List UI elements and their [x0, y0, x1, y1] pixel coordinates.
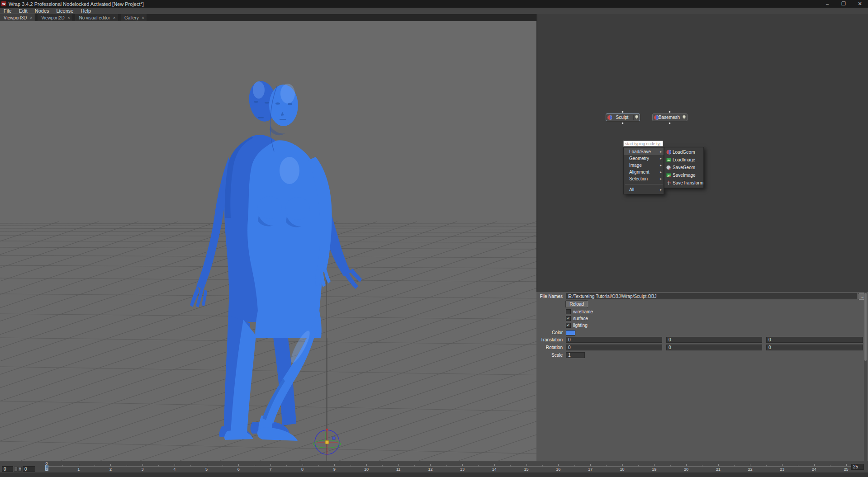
minimize-button[interactable]: –	[821, 0, 834, 7]
tab-gallery[interactable]: Gallery ✕	[121, 14, 147, 21]
ruler-tick-number: 4	[170, 467, 179, 472]
ruler-tick-number: 16	[554, 467, 563, 472]
ruler-minor-tick	[158, 465, 159, 467]
remove-keyframe-button[interactable]: −	[14, 467, 18, 472]
properties-scrollbar[interactable]	[864, 292, 867, 461]
restore-button[interactable]: ❐	[837, 0, 850, 7]
menu-item-selection[interactable]: Selection ▸	[624, 175, 664, 182]
translation-y-field[interactable]: 0	[666, 337, 762, 343]
node-properties-panel: File Names E:/Textureing Tutorial/OBJ/Wr…	[536, 292, 868, 461]
translation-x-field[interactable]: 0	[566, 337, 662, 343]
ruler-minor-tick	[62, 465, 63, 467]
viewport-3d[interactable]	[0, 21, 536, 461]
menu-nodes[interactable]: Nodes	[31, 8, 53, 14]
ruler-minor-tick	[702, 465, 702, 467]
timeline-end-field[interactable]: 25	[851, 464, 864, 470]
reload-button[interactable]: Reload	[566, 301, 588, 307]
lighting-checkbox[interactable]: ✓	[566, 323, 571, 328]
menu-item-label: Image	[629, 163, 642, 168]
node-input-port[interactable]	[669, 111, 671, 113]
ruler-tick	[238, 464, 239, 466]
ruler-tick	[654, 464, 655, 466]
node-output-port[interactable]	[621, 122, 624, 124]
node-input-port[interactable]	[621, 111, 624, 113]
ruler-tick	[462, 464, 463, 466]
file-names-field[interactable]: E:/Textureing Tutorial/OBJ/Wrap/Sculpt.O…	[566, 293, 857, 299]
ruler-tick	[270, 464, 271, 466]
color-label: Color	[536, 330, 563, 335]
tab-no-visual-editor[interactable]: No visual editor ✕	[75, 14, 118, 21]
menu-item-geometry[interactable]: Geometry ▸	[624, 155, 664, 162]
scale-field[interactable]: 1	[566, 352, 585, 358]
submenu-item-saveimage[interactable]: SaveImage	[664, 171, 703, 179]
menu-help[interactable]: Help	[77, 8, 95, 14]
surface-checkbox[interactable]: ✓	[566, 316, 571, 321]
submenu-item-savetransform[interactable]: SaveTransform	[664, 179, 703, 187]
submenu-arrow-icon: ▸	[660, 177, 662, 181]
tab-close-icon[interactable]: ✕	[67, 16, 71, 20]
add-keyframe-button[interactable]: ✳	[18, 467, 22, 472]
ruler-tick	[526, 464, 527, 466]
node-sculpt[interactable]: Sculpt	[606, 113, 640, 121]
ruler-minor-tick	[766, 465, 767, 467]
visibility-bulb-icon[interactable]	[635, 115, 639, 120]
timeline-bar[interactable]: 0 − ✳ 0 0 012345678910111213141516171819…	[0, 461, 868, 472]
submenu-item-label: LoadImage	[673, 157, 695, 162]
transform-gizmo[interactable]	[0, 21, 536, 461]
rotation-z-field[interactable]: 0	[766, 345, 863, 350]
tab-viewport3d[interactable]: Viewport3D ✕	[0, 14, 35, 21]
menu-item-label: Alignment	[629, 170, 649, 175]
ruler-minor-tick	[286, 465, 287, 467]
submenu-item-label: SaveImage	[673, 173, 696, 178]
timeline-start-field[interactable]: 0	[2, 466, 13, 472]
timeline-current-field[interactable]: 0	[23, 466, 35, 472]
menu-item-load-save[interactable]: Load/Save ▸	[624, 148, 664, 155]
tab-close-icon[interactable]: ✕	[142, 16, 145, 20]
ruler-tick	[207, 464, 207, 466]
submenu-item-loadimage[interactable]: LoadImage	[664, 156, 703, 164]
submenu-item-savegeom[interactable]: SaveGeom	[664, 164, 703, 171]
visibility-bulb-icon[interactable]	[682, 115, 686, 120]
rotation-y-field[interactable]: 0	[666, 345, 762, 350]
node-basemesh[interactable]: Basemesh	[652, 113, 688, 121]
rotation-x-field[interactable]: 0	[566, 345, 662, 350]
ruler-minor-tick	[638, 465, 639, 467]
menu-item-image[interactable]: Image ▸	[624, 162, 664, 169]
tab-close-icon[interactable]: ✕	[113, 16, 116, 20]
submenu-item-loadgeom[interactable]: LoadGeom	[664, 148, 703, 156]
translation-z-field[interactable]: 0	[766, 337, 863, 343]
surface-checkbox-row: ✓ surface	[566, 316, 588, 321]
tab-viewport2d[interactable]: Viewport2D ✕	[38, 14, 72, 21]
color-swatch[interactable]	[566, 330, 575, 335]
menu-item-label: All	[629, 187, 634, 192]
wrap-application-window: W Wrap 3.4.2 Professional Nodelocked Act…	[0, 0, 868, 477]
ruler-tick	[334, 464, 335, 466]
ruler-tick	[846, 464, 847, 466]
menu-edit[interactable]: Edit	[15, 8, 31, 14]
ruler-tick-number: 11	[394, 467, 403, 472]
wireframe-checkbox[interactable]	[566, 309, 571, 314]
menu-item-all[interactable]: All ▸	[624, 186, 664, 193]
geometry-sphere-icon	[654, 115, 659, 120]
node-search-input[interactable]	[623, 141, 663, 146]
close-button[interactable]: ✕	[853, 0, 867, 7]
menu-item-alignment[interactable]: Alignment ▸	[624, 169, 664, 175]
node-output-port[interactable]	[669, 122, 671, 124]
ruler-minor-tick	[318, 465, 319, 467]
tab-close-icon[interactable]: ✕	[30, 16, 33, 20]
menu-license[interactable]: License	[53, 8, 77, 14]
timeline-ruler[interactable]	[47, 466, 851, 467]
ruler-tick-number: 7	[266, 467, 275, 472]
ruler-tick	[622, 464, 623, 466]
ruler-tick	[814, 464, 815, 466]
translation-label: Translation	[536, 337, 563, 342]
submenu-arrow-icon: ▸	[660, 170, 662, 174]
save-geometry-icon	[666, 165, 671, 170]
ruler-tick-number: 19	[650, 467, 659, 472]
node-divider	[681, 115, 681, 120]
menu-file[interactable]: File	[0, 8, 15, 14]
wrap-logo-icon: W	[1, 1, 6, 6]
node-graph-editor[interactable]: Sculpt Basemesh L	[536, 14, 868, 292]
node-divider	[633, 115, 634, 120]
lighting-label: lighting	[573, 323, 588, 328]
